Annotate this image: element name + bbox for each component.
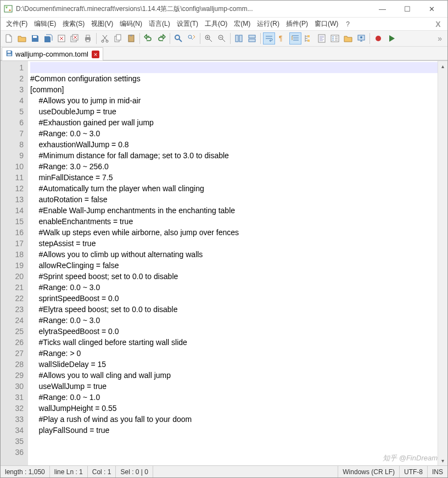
tab-close-button[interactable]: × [92,51,99,58]
paste-icon[interactable] [125,32,137,45]
minimize-button[interactable]: — [370,1,395,16]
code-line[interactable]: #Range: 0.0 ~ 1.0 [30,392,438,403]
show-all-icon[interactable]: ¶ [276,32,288,45]
code-line[interactable]: #Range: 0.0 ~ 3.0 [30,128,438,139]
save-all-icon[interactable] [42,32,54,45]
status-ins[interactable]: INS [428,466,447,477]
close-all-icon[interactable] [69,32,81,45]
code-line[interactable] [30,62,438,73]
status-spacer [153,466,338,477]
zoom-in-icon[interactable] [203,32,215,45]
code-line[interactable]: #Walk up steps even while airborne, also… [30,227,438,238]
replace-icon[interactable] [186,32,198,45]
zoom-out-icon[interactable] [216,32,228,45]
menu-view[interactable]: 视图(V) [88,18,116,30]
menu-plugins[interactable]: 插件(P) [283,18,311,30]
print-icon[interactable] [82,32,94,45]
maximize-button[interactable]: ☐ [395,1,419,16]
vertical-scrollbar[interactable]: ▴ ▾ [438,61,447,465]
code-line[interactable]: useDoubleJump = true [30,106,438,117]
svg-rect-7 [86,40,89,42]
code-line[interactable]: #Automatically turn the player when wall… [30,183,438,194]
code-line[interactable]: autoRotation = false [30,194,438,205]
code-line[interactable]: #Allows you to wall cling and wall jump [30,370,438,381]
code-line[interactable]: #Range: 0.0 ~ 3.0 [30,282,438,293]
scroll-down-button[interactable]: ▾ [438,455,447,465]
code-line[interactable]: #Range: > 0 [30,348,438,359]
code-line[interactable]: enableEnchantments = true [30,216,438,227]
code-line[interactable]: wallJumpHeight = 0.55 [30,403,438,414]
func-list-icon[interactable] [329,32,341,45]
menu-bar: 文件(F) 编辑(E) 搜索(S) 视图(V) 编码(N) 语言(L) 设置(T… [1,17,447,30]
indent-guide-icon[interactable] [289,32,301,45]
new-file-icon[interactable] [3,32,15,45]
menu-search[interactable]: 搜索(S) [59,18,88,30]
close-window-button[interactable]: ✕ [419,1,444,16]
sync-h-icon[interactable] [246,32,258,45]
code-area[interactable]: #Common configuration settings[common] #… [28,61,438,465]
svg-point-28 [360,36,362,38]
play-icon[interactable] [385,32,397,45]
code-line[interactable]: exhaustionWallJump = 0.8 [30,139,438,150]
code-line[interactable]: #Allows you to jump in mid-air [30,95,438,106]
folder-icon[interactable] [342,32,354,45]
monitor-icon[interactable] [355,32,367,45]
cut-icon[interactable] [99,32,111,45]
code-line[interactable]: #Ticks wall clinged before starting wall… [30,337,438,348]
code-line[interactable]: #Exhaustion gained per wall jump [30,117,438,128]
code-line[interactable]: #Range: 3.0 ~ 256.0 [30,161,438,172]
file-tab[interactable]: walljump-common.toml × [2,47,103,60]
status-col: Col : 1 [88,466,116,477]
code-line[interactable]: elytraSpeedBoost = 0.0 [30,326,438,337]
open-file-icon[interactable] [16,32,28,45]
menu-window[interactable]: 窗口(W) [311,18,341,30]
save-icon[interactable] [29,32,41,45]
code-line[interactable]: stepAssist = true [30,238,438,249]
menu-encoding[interactable]: 编码(N) [116,18,145,30]
code-line[interactable]: sprintSpeedBoost = 0.0 [30,293,438,304]
code-line[interactable]: #Elytra speed boost; set to 0.0 to disab… [30,304,438,315]
code-line[interactable]: playFallSound = true [30,425,438,436]
menu-help[interactable]: ? [343,19,353,30]
sync-v-icon[interactable] [233,32,245,45]
wordwrap-icon[interactable] [263,32,275,45]
code-line[interactable]: #Enable Wall-Jump enchantments in the en… [30,205,438,216]
code-line[interactable]: #Common configuration settings [30,73,438,84]
code-line[interactable]: useWallJump = true [30,381,438,392]
code-line[interactable]: minFallDistance = 7.5 [30,172,438,183]
menu-language[interactable]: 语言(L) [145,18,173,30]
code-line[interactable]: allowReClinging = false [30,260,438,271]
close-icon[interactable] [55,32,68,45]
status-eol[interactable]: Windows (CR LF) [338,466,400,477]
code-line[interactable]: #Play a rush of wind as you fall to your… [30,414,438,425]
menu-run[interactable]: 运行(R) [254,18,283,30]
undo-icon[interactable] [142,32,154,45]
menu-settings[interactable]: 设置(T) [173,18,201,30]
find-icon[interactable] [172,32,184,45]
code-line[interactable]: [common] [30,84,438,95]
code-line[interactable]: #Minimum distance for fall damage; set t… [30,150,438,161]
doc-map-icon[interactable] [316,32,328,45]
code-line[interactable]: #Sprint speed boost; set to 0.0 to disab… [30,271,438,282]
menu-tools[interactable]: 工具(O) [201,18,231,30]
copy-icon[interactable] [112,32,124,45]
status-encoding[interactable]: UTF-8 [400,466,428,477]
menu-edit[interactable]: 编辑(E) [31,18,59,30]
folder-tree-icon[interactable] [303,32,315,45]
scroll-up-button[interactable]: ▴ [438,61,447,71]
redo-icon[interactable] [155,32,167,45]
tab-filename: walljump-common.toml [15,50,88,58]
status-line: line Ln : 1 [50,466,88,477]
record-icon[interactable] [372,32,384,45]
code-line[interactable]: #Range: 0.0 ~ 3.0 [30,315,438,326]
svg-rect-0 [4,5,12,12]
svg-rect-31 [8,54,12,56]
window-path: D:\Document\minecraft\.minecraft\version… [16,4,370,14]
code-line[interactable]: wallSlideDelay = 15 [30,359,438,370]
menu-file[interactable]: 文件(F) [3,18,31,30]
toolbar-overflow-button[interactable]: » [434,34,445,43]
code-line[interactable]: #Allows you to climb up without alternat… [30,249,438,260]
tab-close-x[interactable]: X [431,20,445,29]
svg-rect-21 [249,39,255,42]
menu-macro[interactable]: 宏(M) [231,18,254,30]
